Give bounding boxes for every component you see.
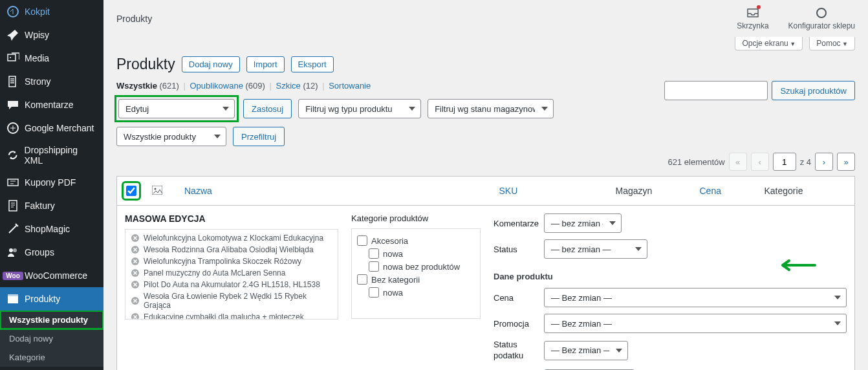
sale-label: Promocja [494, 319, 544, 329]
configurator-button[interactable]: Konfigurator sklepu [788, 6, 855, 30]
sidebar-item-pages[interactable]: Strony [0, 70, 103, 93]
add-new-button[interactable]: Dodaj nowy [182, 56, 240, 72]
next-page-button[interactable]: › [815, 153, 833, 171]
category-checkbox[interactable] [369, 261, 379, 272]
column-image [146, 177, 178, 206]
tax-status-select[interactable]: — Bez zmian — [544, 341, 628, 360]
search-button[interactable]: Szukaj produktów [772, 81, 855, 100]
admin-sidebar: Kokpit Wpisy Media Strony Komentarze Goo… [0, 0, 103, 370]
filter-sort[interactable]: Sortowanie [329, 81, 371, 91]
filter-drafts[interactable]: Szkice [276, 81, 301, 91]
category-item[interactable]: nowa [357, 286, 475, 299]
category-checkbox[interactable] [357, 235, 367, 246]
bulk-item-list[interactable]: Wielofunkcyjna Lokomotywa z Klockami Edu… [125, 229, 338, 320]
category-item[interactable]: nowa [357, 247, 475, 260]
category-list[interactable]: Akcesorianowanowa bez produktówBez kateg… [351, 228, 481, 319]
sidebar-label: Kokpit [25, 6, 50, 17]
sidebar-sub-all-products[interactable]: Wszystkie produkty [0, 310, 103, 329]
filter-all-products-select[interactable]: Wszystkie produkty [116, 127, 226, 146]
bulk-action-select[interactable]: Edytuj [118, 99, 235, 118]
export-button[interactable]: Eksport [291, 56, 334, 72]
inbox-button[interactable]: Skrzynka [737, 6, 768, 30]
svg-point-10 [817, 8, 826, 17]
remove-icon[interactable] [131, 280, 140, 289]
category-checkbox[interactable] [357, 274, 367, 285]
sidebar-label: Faktury [25, 201, 55, 211]
import-button[interactable]: Import [246, 56, 285, 72]
column-categories: Kategorie [758, 177, 855, 206]
sale-select[interactable]: — Bez zmian — [544, 314, 847, 333]
sidebar-item-comments[interactable]: Komentarze [0, 93, 103, 116]
search-input[interactable] [664, 81, 768, 100]
sidebar-item-posts[interactable]: Wpisy [0, 23, 103, 47]
column-name[interactable]: Nazwa [178, 177, 493, 206]
filter-all[interactable]: Wszystkie [116, 81, 157, 91]
filter-published[interactable]: Opublikowane [190, 81, 243, 91]
sidebar-item-coupons[interactable]: Kupony PDF [0, 171, 103, 194]
status-select[interactable]: — bez zmian — [544, 239, 647, 259]
woo-icon: Woo [6, 269, 19, 282]
category-checkbox[interactable] [369, 248, 379, 259]
sidebar-item-groups[interactable]: Groups [0, 241, 103, 264]
help-button[interactable]: Pomoc [809, 37, 855, 50]
remove-icon[interactable] [131, 268, 140, 278]
filter-all-count: (621) [160, 81, 179, 91]
topbar-title: Produkty [116, 14, 152, 24]
sidebar-sub-categories[interactable]: Kategorie [0, 348, 103, 367]
prev-page-button[interactable]: ‹ [751, 153, 769, 171]
comments-icon [6, 98, 19, 111]
sidebar-item-dropshipping[interactable]: Dropshipping XML [0, 140, 103, 171]
category-item[interactable]: Akcesoria [357, 234, 475, 247]
inbox-label: Skrzynka [737, 21, 768, 30]
sidebar-item-invoices[interactable]: Faktury [0, 194, 103, 217]
column-stock: Magazyn [609, 177, 693, 206]
remove-icon[interactable] [131, 245, 140, 254]
remove-icon[interactable] [131, 234, 140, 243]
select-all-checkbox[interactable] [126, 186, 136, 196]
sidebar-submenu: Wszystkie produkty Dodaj nowy Kategorie [0, 310, 103, 367]
pages-icon [6, 75, 19, 88]
price-select[interactable]: — Bez zmian — [544, 288, 847, 307]
sidebar-item-products[interactable]: Produkty [0, 287, 103, 310]
dashboard-icon [6, 5, 19, 18]
sidebar-item-google-merchant[interactable]: Google Merchant [0, 116, 103, 140]
sidebar-label: Google Merchant [25, 123, 94, 133]
column-price[interactable]: Cena [693, 177, 758, 206]
svg-point-12 [155, 188, 157, 190]
bulk-list-item: Wielofunkcyjna Trampolinka Skoczek Różow… [128, 256, 335, 267]
tax-status-label: Status podatku [494, 340, 544, 362]
current-page-input[interactable] [773, 153, 796, 171]
sidebar-item-media[interactable]: Media [0, 47, 103, 70]
remove-icon[interactable] [131, 257, 140, 266]
bulk-list-item: Wielofunkcyjna Lokomotywa z Klockami Edu… [128, 232, 335, 244]
category-checkbox[interactable] [369, 287, 379, 298]
first-page-button[interactable]: « [729, 153, 747, 171]
category-item[interactable]: nowa bez produktów [357, 260, 475, 273]
remove-icon[interactable] [131, 312, 140, 320]
screen-options-button[interactable]: Opcje ekranu [735, 37, 803, 50]
sidebar-item-woocommerce[interactable]: WooWooCommerce [0, 264, 103, 287]
annotation-arrow [777, 257, 816, 275]
sidebar-item-dashboard[interactable]: Kokpit [0, 0, 103, 23]
inbox-icon [746, 6, 759, 19]
sidebar-item-shopmagic[interactable]: ShopMagic [0, 217, 103, 241]
filter-product-type-select[interactable]: Filtruj wg typu produktu [298, 99, 421, 118]
filter-button[interactable]: Przefiltruj [233, 127, 285, 146]
last-page-button[interactable]: » [837, 153, 855, 171]
coupon-icon [6, 176, 19, 189]
category-item[interactable]: Bez kategorii [357, 273, 475, 286]
sidebar-label: Komentarze [25, 100, 73, 110]
column-sku[interactable]: SKU [493, 177, 609, 206]
comments-select[interactable]: — bez zmian — [544, 213, 622, 233]
sidebar-label: Media [25, 53, 49, 63]
apply-button[interactable]: Zastosuj [243, 99, 292, 118]
pin-icon [6, 28, 19, 41]
filter-stock-select[interactable]: Filtruj wg stanu magazynow [428, 99, 554, 118]
svg-rect-9 [748, 9, 758, 17]
sidebar-label: Kupony PDF [25, 177, 76, 188]
sidebar-label: Groups [25, 247, 54, 257]
sidebar-sub-add-new[interactable]: Dodaj nowy [0, 329, 103, 348]
google-icon [6, 122, 19, 135]
svg-point-5 [9, 248, 13, 252]
remove-icon[interactable] [131, 296, 140, 305]
